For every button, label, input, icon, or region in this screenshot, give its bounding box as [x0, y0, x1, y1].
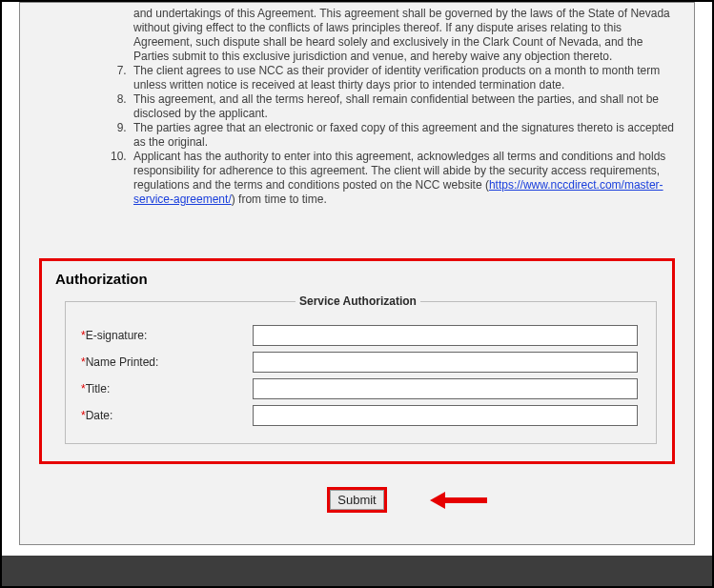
label-title: *Title: [81, 382, 253, 395]
row-title: *Title: [81, 378, 641, 399]
terms-item-9: The parties agree that an electronic or … [130, 121, 675, 150]
authorization-heading: Authorization [55, 271, 661, 287]
terms-tail-6: and undertakings of this Agreement. This… [133, 7, 675, 64]
label-esignature: *E-signature: [81, 329, 253, 342]
service-authorization-legend: Service Authorization [296, 294, 420, 308]
service-authorization-fieldset: Service Authorization *E-signature: *Nam… [65, 294, 657, 444]
terms-item-8: This agreement, and all the terms hereof… [130, 92, 675, 121]
input-title[interactable] [253, 378, 638, 399]
input-name-printed[interactable] [253, 352, 638, 373]
label-name-printed: *Name Printed: [81, 355, 253, 369]
terms-item-10: Applicant has the authority to enter int… [130, 150, 675, 207]
arrow-icon [430, 490, 487, 511]
authorization-highlight: Authorization Service Authorization *E-s… [39, 258, 675, 464]
row-date: *Date: [81, 405, 641, 426]
terms-item-7: The client agrees to use NCC as their pr… [130, 64, 675, 92]
content-panel: and undertakings of this Agreement. This… [19, 2, 695, 545]
terms-item-10-b: ) from time to time. [232, 193, 327, 206]
submit-button[interactable]: Submit [327, 487, 386, 513]
submit-row: Submit [39, 487, 675, 513]
row-esignature: *E-signature: [81, 325, 641, 346]
input-date[interactable] [253, 405, 638, 426]
input-esignature[interactable] [253, 325, 638, 346]
svg-marker-1 [430, 492, 445, 509]
row-name-printed: *Name Printed: [81, 352, 641, 373]
footer-bar [2, 556, 712, 586]
label-date: *Date: [81, 409, 253, 422]
terms-list: The client agrees to use NCC as their pr… [130, 64, 675, 207]
